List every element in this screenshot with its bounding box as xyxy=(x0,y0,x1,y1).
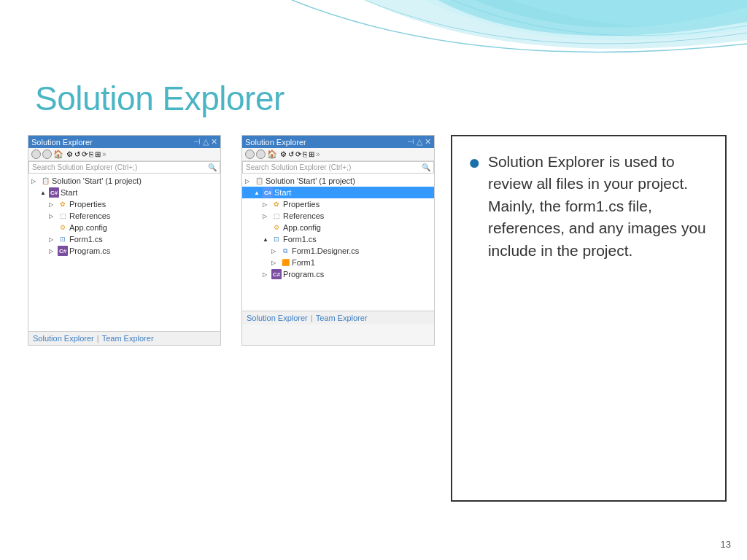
panel-right-search[interactable]: Search Solution Explorer (Ctrl+;) 🔍 xyxy=(242,161,434,174)
bullet-item: ● Solution Explorer is used to review al… xyxy=(468,151,709,262)
panels-area: Solution Explorer ⊣ △ ✕ 🏠 ⚙ ↺ ⟳ ⎘ ⊞ » Se… xyxy=(28,135,435,346)
toolbar-refresh-btn-r[interactable]: ↺ xyxy=(288,150,294,158)
label-config-left: App.config xyxy=(69,223,107,232)
search-placeholder-left: Search Solution Explorer (Ctrl+;) xyxy=(32,163,137,171)
solution-explorer-panel-right: Solution Explorer ⊣ △ ✕ 🏠 ⚙ ↺ ⟳ ⎘ ⊞ » Se… xyxy=(241,135,435,346)
toolbar-props-btn[interactable]: ⊞ xyxy=(95,150,101,158)
icon-start-left: C# xyxy=(49,187,59,198)
label-props-right: Properties xyxy=(283,200,320,209)
maximize-icon[interactable]: △ xyxy=(203,137,209,147)
toolbar-more-btn[interactable]: » xyxy=(102,150,107,158)
arrow-solution-right: ▷ xyxy=(245,178,252,184)
close-icon[interactable]: ✕ xyxy=(211,137,217,147)
footer-tab-se-right[interactable]: Solution Explorer xyxy=(247,314,308,322)
panel-left-icons: ⊣ △ ✕ xyxy=(193,137,217,147)
tree-item-config-right[interactable]: ⚙ App.config xyxy=(242,222,434,233)
toolbar-forward-btn[interactable] xyxy=(42,149,52,159)
icon-program-left: C# xyxy=(58,246,68,256)
icon-props-left: ✿ xyxy=(58,199,68,209)
arrow-program-left: ▷ xyxy=(49,248,56,254)
label-props-left: Properties xyxy=(69,200,106,209)
pin-icon-r[interactable]: ⊣ xyxy=(407,137,414,147)
toolbar-settings-btn[interactable]: ⚙ xyxy=(66,150,73,158)
icon-config-left: ⚙ xyxy=(58,222,68,233)
toolbar-back-btn-r[interactable] xyxy=(245,149,255,159)
footer-tab-se-left[interactable]: Solution Explorer xyxy=(33,334,94,343)
footer-sep-left: | xyxy=(97,334,99,343)
tree-item-props-left[interactable]: ▷ ✿ Properties xyxy=(28,198,220,210)
toolbar-more-btn-r[interactable]: » xyxy=(316,150,320,158)
arrow-start-left: ▲ xyxy=(40,190,47,196)
search-icon-right[interactable]: 🔍 xyxy=(422,163,430,171)
icon-designer-right: ⧉ xyxy=(280,246,290,256)
label-form1sub-right: Form1 xyxy=(292,258,315,267)
icon-solution-left: 📋 xyxy=(40,176,50,186)
icon-solution-right: 📋 xyxy=(254,176,264,186)
tree-item-props-right[interactable]: ▷ ✿ Properties xyxy=(242,198,434,210)
toolbar-forward-btn-r[interactable] xyxy=(256,149,266,159)
bullet-dot: ● xyxy=(468,152,481,173)
label-form1-left: Form1.cs xyxy=(69,235,103,244)
tree-item-program-left[interactable]: ▷ C# Program.cs xyxy=(28,245,220,257)
arrow-form1sub-right: ▷ xyxy=(271,260,279,266)
bullet-box: ● Solution Explorer is used to review al… xyxy=(451,135,727,502)
toolbar-sync-btn[interactable]: ⟳ xyxy=(82,150,88,158)
toolbar-refresh-btn[interactable]: ↺ xyxy=(74,150,80,158)
search-placeholder-right: Search Solution Explorer (Ctrl+;) xyxy=(246,163,351,171)
maximize-icon-r[interactable]: △ xyxy=(417,137,422,147)
tree-item-config-left[interactable]: ⚙ App.config xyxy=(28,222,220,233)
toolbar-home-btn[interactable]: 🏠 xyxy=(53,149,63,159)
wave-decoration xyxy=(0,0,747,80)
tree-spacer-left xyxy=(28,257,220,330)
toolbar-copy-btn[interactable]: ⎘ xyxy=(89,150,93,158)
tree-item-program-right[interactable]: ▷ C# Program.cs xyxy=(242,268,434,280)
label-solution-right: Solution 'Start' (1 project) xyxy=(266,176,355,185)
tree-spacer-right xyxy=(242,280,434,309)
search-icon-left[interactable]: 🔍 xyxy=(208,163,217,171)
icon-refs-left: ⬚ xyxy=(58,211,68,221)
tree-item-designer-right[interactable]: ▷ ⧉ Form1.Designer.cs xyxy=(242,245,434,257)
close-icon-r[interactable]: ✕ xyxy=(425,137,431,147)
label-program-right: Program.cs xyxy=(283,270,324,279)
footer-tab-te-right[interactable]: Team Explorer xyxy=(316,314,368,322)
tree-item-refs-right[interactable]: ▷ ⬚ References xyxy=(242,210,434,222)
tree-item-form1-right[interactable]: ▲ ⊡ Form1.cs xyxy=(242,233,434,245)
icon-program-right: C# xyxy=(271,269,282,279)
arrow-start-right: ▲ xyxy=(254,190,261,196)
slide-title: Solution Explorer xyxy=(35,79,285,118)
tree-item-solution-right[interactable]: ▷ 📋 Solution 'Start' (1 project) xyxy=(242,175,434,187)
footer-tab-te-left[interactable]: Team Explorer xyxy=(102,334,154,343)
icon-props-right: ✿ xyxy=(271,199,282,209)
icon-start-right: C# xyxy=(263,187,273,198)
toolbar-home-btn-r[interactable]: 🏠 xyxy=(267,149,277,159)
label-form1-right: Form1.cs xyxy=(283,235,317,244)
toolbar-settings-btn-r[interactable]: ⚙ xyxy=(280,150,287,158)
label-start-left: Start xyxy=(61,188,77,197)
tree-item-form1-left[interactable]: ▷ ⊡ Form1.cs xyxy=(28,233,220,245)
panel-left-title: Solution Explorer xyxy=(31,138,93,147)
label-refs-left: References xyxy=(69,211,110,220)
bullet-text: Solution Explorer is used to review all … xyxy=(488,151,709,262)
label-designer-right: Form1.Designer.cs xyxy=(292,246,359,255)
tree-item-start-right[interactable]: ▲ C# Start xyxy=(242,187,434,198)
pin-icon[interactable]: ⊣ xyxy=(193,137,201,147)
tree-item-start-left[interactable]: ▲ C# Start xyxy=(28,187,220,198)
tree-item-refs-left[interactable]: ▷ ⬚ References xyxy=(28,210,220,222)
toolbar-back-btn[interactable] xyxy=(31,149,41,159)
slide: Solution Explorer Solution Explorer ⊣ △ … xyxy=(0,0,747,560)
icon-form1-right: ⊡ xyxy=(271,234,282,244)
panel-left-footer: Solution Explorer | Team Explorer xyxy=(28,331,220,345)
toolbar-copy-btn-r[interactable]: ⎘ xyxy=(303,150,307,158)
icon-form1-left: ⊡ xyxy=(58,234,68,244)
toolbar-sync-btn-r[interactable]: ⟳ xyxy=(295,150,301,158)
toolbar-props-btn-r[interactable]: ⊞ xyxy=(309,150,314,158)
footer-sep-right: | xyxy=(311,314,313,322)
arrow-solution-left: ▷ xyxy=(31,178,39,184)
panel-left-titlebar: Solution Explorer ⊣ △ ✕ xyxy=(28,136,220,148)
arrow-form1-left: ▷ xyxy=(49,236,56,243)
panel-left-search[interactable]: Search Solution Explorer (Ctrl+;) 🔍 xyxy=(28,161,220,174)
arrow-program-right: ▷ xyxy=(263,271,270,278)
tree-item-solution-left[interactable]: ▷ 📋 Solution 'Start' (1 project) xyxy=(28,175,220,187)
tree-item-form1sub-right[interactable]: ▷ 🟧 Form1 xyxy=(242,257,434,268)
arrow-designer-right: ▷ xyxy=(271,248,279,254)
